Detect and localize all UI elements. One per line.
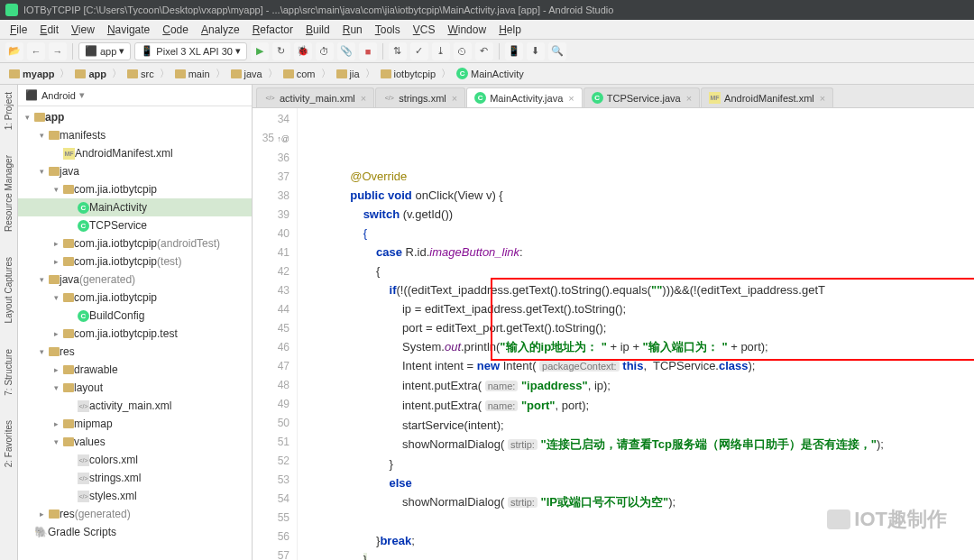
menu-file[interactable]: File: [4, 22, 33, 38]
breadcrumb-item[interactable]: iotbytcpip: [377, 68, 439, 80]
close-icon[interactable]: ×: [361, 93, 366, 104]
close-icon[interactable]: ×: [452, 93, 457, 104]
editor-tab[interactable]: C MainActivity.java ×: [466, 87, 583, 107]
open-icon[interactable]: 📂: [5, 42, 23, 60]
tree-item[interactable]: C TCPService: [18, 216, 252, 234]
breadcrumb-item[interactable]: java: [227, 68, 266, 80]
breadcrumb-item[interactable]: main: [171, 68, 214, 80]
tree-item[interactable]: ▾ layout: [18, 379, 252, 397]
commit-icon[interactable]: ✓: [410, 42, 428, 60]
tree-item[interactable]: C BuildConfig: [18, 307, 252, 325]
tree-item[interactable]: ▾ res: [18, 343, 252, 361]
menu-analyze[interactable]: Analyze: [195, 22, 246, 38]
tool-tab[interactable]: Layout Captures: [4, 253, 14, 326]
menu-tools[interactable]: Tools: [369, 22, 407, 38]
sidebar-header[interactable]: ⬛ Android ▾: [18, 85, 252, 106]
editor-tab[interactable]: </> activity_main.xml ×: [256, 87, 374, 107]
tool-tab[interactable]: Resource Manager: [4, 151, 14, 235]
close-icon[interactable]: ×: [820, 93, 825, 104]
tree-item[interactable]: ▸ com.jia.iotbytcpip (androidTest): [18, 234, 252, 252]
attach-icon[interactable]: 📎: [337, 42, 355, 60]
editor-tabs: </> activity_main.xml ×</> strings.xml ×…: [253, 85, 974, 108]
breadcrumb-item[interactable]: myapp: [5, 68, 58, 80]
tree-item[interactable]: ▾ java (generated): [18, 271, 252, 289]
tree-item[interactable]: </> styles.xml: [18, 487, 252, 505]
tree-item[interactable]: ▸ res (generated): [18, 505, 252, 523]
tree-item[interactable]: 🐘 Gradle Scripts: [18, 523, 252, 541]
tree-item[interactable]: MF AndroidManifest.xml: [18, 144, 252, 162]
tree-item[interactable]: C MainActivity: [18, 198, 252, 216]
sdk-icon[interactable]: ⬇: [527, 42, 545, 60]
editor-tab[interactable]: C TCPService.java ×: [583, 87, 700, 107]
history-icon[interactable]: ⏲: [454, 42, 472, 60]
close-icon[interactable]: ×: [568, 93, 574, 104]
tree-item[interactable]: ▸ com.jia.iotbytcpip (test): [18, 252, 252, 271]
breadcrumb-item[interactable]: com: [280, 68, 319, 80]
profile-icon[interactable]: ⏱: [316, 42, 334, 60]
breadcrumb-item[interactable]: app: [71, 68, 110, 80]
breadcrumb-item[interactable]: src: [124, 68, 158, 80]
code-editor[interactable]: @Override public void onClick(View v) { …: [298, 108, 974, 560]
menu-help[interactable]: Help: [492, 22, 528, 38]
tree-item[interactable]: </> activity_main.xml: [18, 397, 252, 415]
breadcrumb-item[interactable]: jia: [333, 68, 363, 80]
menu-code[interactable]: Code: [156, 22, 195, 38]
tree-item[interactable]: ▸ mipmap: [18, 415, 252, 433]
gutter: 3435 ↑@363738394041424344454647484950515…: [253, 108, 298, 560]
tree-item[interactable]: </> colors.xml: [18, 451, 252, 469]
tree-item[interactable]: ▾ com.jia.iotbytcpip: [18, 180, 252, 198]
tree-item[interactable]: ▾ java: [18, 162, 252, 180]
editor-tab[interactable]: MF AndroidManifest.xml ×: [701, 87, 833, 107]
title-bar: IOTByTCPIP [C:\Users\Tycoon\Desktop\vxap…: [0, 0, 974, 20]
menu-window[interactable]: Window: [441, 22, 492, 38]
menu-refactor[interactable]: Refactor: [246, 22, 299, 38]
tool-tab[interactable]: 7: Structure: [4, 345, 14, 399]
device-select[interactable]: 📱 Pixel 3 XL API 30 ▾: [134, 42, 247, 60]
menu-vcs[interactable]: VCS: [407, 22, 442, 38]
avd-icon[interactable]: 📱: [505, 42, 523, 60]
breadcrumbs: myapp〉 app〉 src〉 main〉 java〉 com〉 jia〉 i…: [0, 63, 974, 85]
window-title: IOTByTCPIP [C:\Users\Tycoon\Desktop\vxap…: [23, 5, 613, 15]
rerun-icon[interactable]: ↻: [272, 42, 290, 60]
run-icon[interactable]: ▶: [251, 42, 269, 60]
wechat-icon: [827, 510, 850, 529]
close-icon[interactable]: ×: [686, 93, 692, 104]
tree-item[interactable]: ▸ drawable: [18, 361, 252, 379]
menu-navigate[interactable]: Navigate: [101, 22, 156, 38]
project-tree: ▾ app▾ manifests MF AndroidManifest.xml▾…: [18, 106, 252, 543]
tree-item[interactable]: ▾ manifests: [18, 126, 252, 144]
menu-edit[interactable]: Edit: [33, 22, 65, 38]
app-icon: [5, 4, 18, 16]
tool-tab[interactable]: 2: Favorites: [4, 417, 14, 471]
watermark: IOT趣制作: [827, 506, 947, 533]
stop-icon[interactable]: ■: [359, 42, 377, 60]
editor-area: </> activity_main.xml ×</> strings.xml ×…: [253, 85, 974, 560]
back-icon[interactable]: ←: [27, 42, 45, 60]
menu-run[interactable]: Run: [336, 22, 369, 38]
debug-icon[interactable]: 🐞: [294, 42, 312, 60]
module-select[interactable]: ⬛app ▾: [78, 42, 131, 60]
menu-view[interactable]: View: [65, 22, 101, 38]
editor-tab[interactable]: </> strings.xml ×: [375, 87, 465, 107]
tree-item[interactable]: ▾ com.jia.iotbytcpip: [18, 289, 252, 307]
main-toolbar: 📂 ← → ⬛app ▾ 📱 Pixel 3 XL API 30 ▾ ▶ ↻ 🐞…: [0, 40, 974, 63]
left-tool-strip: 1: ProjectResource ManagerLayout Capture…: [0, 85, 18, 560]
project-sidebar: ⬛ Android ▾ ▾ app▾ manifests MF AndroidM…: [18, 85, 253, 560]
tree-item[interactable]: ▾ values: [18, 433, 252, 451]
breadcrumb-item[interactable]: C MainActivity: [453, 67, 528, 80]
menu-bar: FileEditViewNavigateCodeAnalyzeRefactorB…: [0, 20, 974, 40]
forward-icon[interactable]: →: [49, 42, 67, 60]
update-icon[interactable]: ⤓: [432, 42, 450, 60]
menu-build[interactable]: Build: [299, 22, 336, 38]
tool-tab[interactable]: 1: Project: [4, 88, 14, 133]
tree-item[interactable]: ▾ app: [18, 108, 252, 126]
tree-item[interactable]: </> strings.xml: [18, 469, 252, 487]
revert-icon[interactable]: ↶: [475, 42, 493, 60]
search-icon[interactable]: 🔍: [548, 42, 566, 60]
tree-item[interactable]: ▸ com.jia.iotbytcpip.test: [18, 325, 252, 343]
vcs-icon[interactable]: ⇅: [389, 42, 407, 60]
